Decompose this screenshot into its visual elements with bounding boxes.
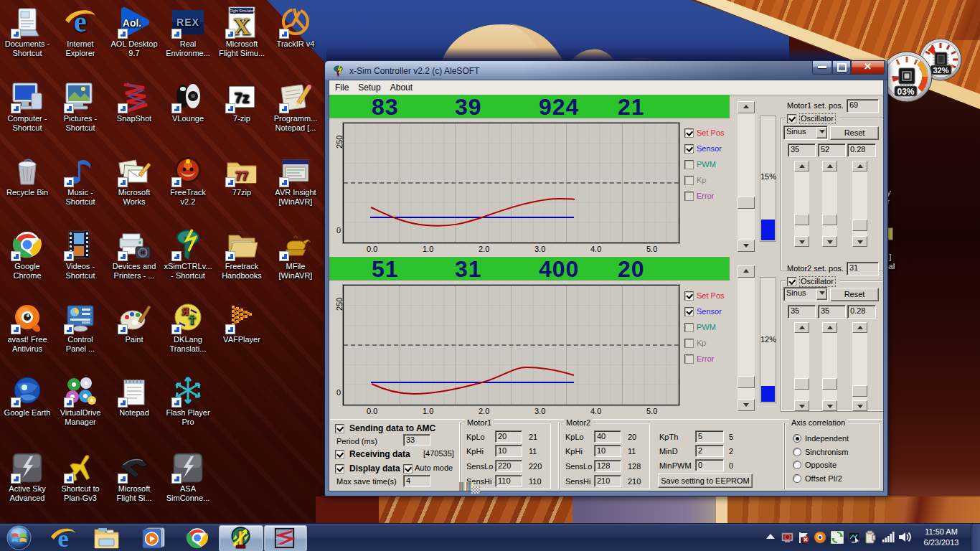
svg-text:Я: Я bbox=[182, 306, 189, 317]
svg-text:7z: 7z bbox=[234, 90, 249, 105]
svg-text:Aol.: Aol. bbox=[123, 17, 141, 29]
svg-text:32%: 32% bbox=[933, 66, 948, 75]
svg-text:REX: REX bbox=[176, 17, 199, 28]
svg-text:X: X bbox=[233, 13, 251, 39]
svg-text:Ť: Ť bbox=[189, 315, 196, 326]
svg-text:77: 77 bbox=[235, 170, 248, 182]
svg-text:03%: 03% bbox=[897, 87, 914, 97]
